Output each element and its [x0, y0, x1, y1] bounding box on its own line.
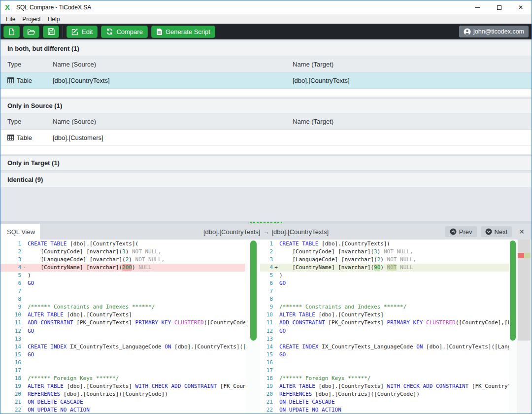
line-number: 8	[260, 295, 273, 303]
code-text: ALTER TABLE [dbo].[CountryTexts]	[28, 311, 245, 319]
diff-overview-marker	[518, 253, 531, 258]
table-row[interactable]: Table[dbo].[Customers]	[0, 130, 532, 146]
line-number: 9	[260, 303, 273, 311]
window-controls: ✕	[466, 0, 532, 14]
minimize-button[interactable]	[466, 0, 488, 14]
open-project-button[interactable]	[23, 26, 39, 38]
line-number: 17	[260, 367, 273, 375]
table-footer-strip	[0, 146, 532, 154]
close-button[interactable]: ✕	[510, 0, 532, 14]
line-number: 16	[260, 359, 273, 367]
code-line: 5)	[260, 272, 509, 279]
code-text	[28, 359, 245, 367]
menu-help[interactable]: Help	[44, 16, 64, 23]
section-header-2[interactable]: Only in Target (1)	[0, 155, 532, 171]
sql-pane-target[interactable]: 1CREATE TABLE [dbo].[CountryTexts](2 [Co…	[260, 240, 509, 414]
line-number: 4	[260, 264, 273, 272]
code-line: 2 [CountryCode] [nvarchar](3) NOT NULL,	[0, 248, 245, 256]
code-text	[279, 287, 509, 295]
prev-diff-button[interactable]: Prev	[445, 226, 477, 237]
column-header: Name (Source)	[53, 118, 293, 125]
generate-script-button[interactable]: Generate Script	[151, 26, 215, 38]
code-line: 15GO	[0, 351, 245, 359]
source-scrollbar-thumb[interactable]	[250, 241, 257, 341]
code-line: 12GO	[0, 327, 245, 335]
target-scrollbar-thumb[interactable]	[510, 241, 516, 341]
line-number: 16	[0, 359, 21, 367]
section-header-0[interactable]: In both, but different (1)	[0, 41, 532, 56]
line-number: 1	[260, 240, 273, 248]
menu-project[interactable]: Project	[19, 16, 44, 23]
menu-file[interactable]: File	[2, 16, 19, 23]
line-number: 2	[0, 248, 21, 256]
save-project-button[interactable]	[43, 26, 59, 38]
code-text: ALTER TABLE [dbo].[CountryTexts]	[279, 311, 509, 319]
line-number: 10	[260, 311, 273, 319]
open-folder-icon	[27, 29, 35, 35]
diff-sign	[21, 398, 28, 406]
diff-sign	[21, 287, 28, 295]
code-line: 3 [LanguageCode] [nvarchar](2) NOT NULL,	[260, 256, 509, 264]
compare-button[interactable]: Compare	[101, 26, 147, 38]
diff-sign	[273, 406, 279, 414]
line-number: 14	[0, 343, 21, 351]
code-text	[28, 367, 245, 375]
generate-script-label: Generate Script	[166, 28, 210, 35]
code-text: /****** Foreign Keys ******/	[28, 375, 245, 382]
code-text: /****** Foreign Keys ******/	[279, 375, 509, 382]
code-line: 12GO	[260, 327, 509, 335]
diff-sign	[273, 272, 279, 279]
diff-sign	[21, 240, 28, 248]
section-header-1[interactable]: Only in Source (1)	[0, 98, 532, 113]
edit-icon	[71, 28, 79, 35]
splitter-grip-icon	[250, 222, 282, 223]
section-header-3[interactable]: Identical (9)	[0, 172, 532, 187]
line-number: 8	[0, 295, 21, 303]
diff-sign	[273, 256, 279, 264]
line-number: 11	[260, 319, 273, 327]
sql-diff-area: 1CREATE TABLE [dbo].[CountryTexts](2 [Co…	[0, 240, 532, 414]
code-line: 18/****** Foreign Keys ******/	[260, 375, 509, 382]
diff-sign	[273, 303, 279, 311]
table-row[interactable]: Table[dbo].[CountryTexts][dbo].[CountryT…	[0, 72, 532, 89]
maximize-button[interactable]	[488, 0, 510, 14]
code-text: ADD CONSTRAINT [PK_CountryTexts] PRIMARY…	[279, 319, 509, 327]
diff-overview-strip[interactable]	[517, 240, 532, 414]
account-badge[interactable]: john@ticodex.com	[459, 26, 529, 37]
code-line: 1CREATE TABLE [dbo].[CountryTexts](	[0, 240, 245, 248]
diff-sign	[21, 351, 28, 359]
new-project-button[interactable]	[3, 26, 20, 38]
diff-sign	[21, 390, 28, 398]
sql-view-tab-label: SQL View	[7, 228, 35, 236]
sql-pane-source[interactable]: 1CREATE TABLE [dbo].[CountryTexts](2 [Co…	[0, 240, 245, 414]
line-number: 15	[0, 351, 21, 359]
code-text: [CountryName] [nvarchar](200) NULL	[28, 264, 245, 272]
edit-button[interactable]: Edit	[66, 26, 98, 38]
arrow-down-circle-icon	[485, 228, 492, 235]
line-number: 18	[260, 375, 273, 382]
code-text: [LanguageCode] [nvarchar](2) NOT NULL,	[279, 256, 509, 264]
code-line: 17	[0, 367, 245, 375]
line-number: 15	[260, 351, 273, 359]
code-line: 2 [CountryCode] [nvarchar](3) NOT NULL,	[260, 248, 509, 256]
diff-sign	[273, 311, 279, 319]
tab-sql-view[interactable]: SQL View	[0, 224, 40, 240]
next-diff-button[interactable]: Next	[481, 226, 512, 237]
diff-title-target: [dbo].[CountryTexts]	[272, 228, 329, 236]
line-number: 21	[260, 398, 273, 406]
code-text: CREATE INDEX IX_CountryTexts_LanguageCod…	[279, 343, 509, 351]
code-text: ON DELETE CASCADE	[28, 398, 245, 406]
code-text: ON UPDATE NO ACTION	[28, 406, 245, 414]
code-text	[28, 295, 245, 303]
diff-sign: +	[273, 264, 279, 272]
diff-sign	[273, 375, 279, 382]
code-line: 6GO	[0, 279, 245, 287]
app-window: X SQL Compare - TiCodeX SA ✕ File Projec…	[0, 0, 532, 414]
line-number: 20	[260, 390, 273, 398]
code-line: 21ON DELETE CASCADE	[260, 398, 509, 406]
title-bar: X SQL Compare - TiCodeX SA ✕	[0, 0, 532, 14]
diff-sign: -	[21, 264, 28, 272]
diff-sign	[273, 390, 279, 398]
close-sql-view-icon[interactable]: ✕	[516, 228, 528, 236]
code-line: 21ON DELETE CASCADE	[0, 398, 245, 406]
